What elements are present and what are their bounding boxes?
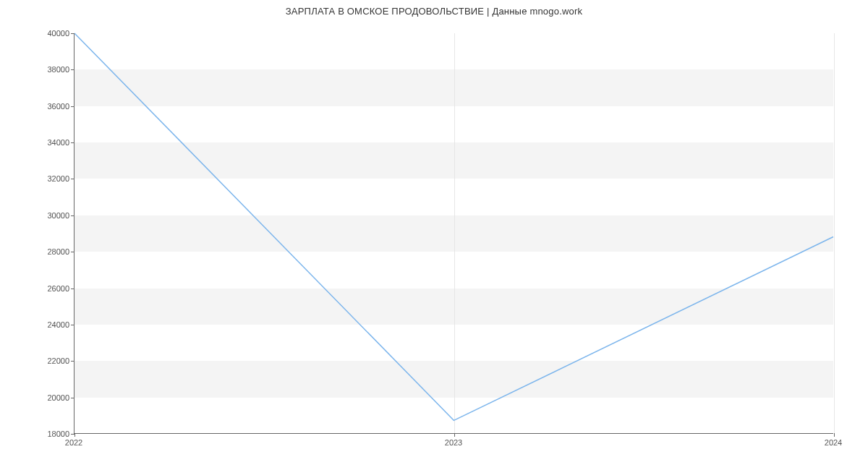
x-gridline — [834, 33, 835, 433]
y-tick-mark — [71, 179, 75, 179]
y-tick-label: 20000 — [33, 393, 69, 402]
y-tick-label: 34000 — [33, 138, 69, 147]
y-tick-label: 24000 — [33, 320, 69, 329]
y-tick-mark — [71, 325, 75, 325]
y-tick-mark — [71, 215, 75, 216]
y-tick-label: 26000 — [33, 284, 69, 293]
chart-title: ЗАРПЛАТА В ОМСКОЕ ПРОДОВОЛЬСТВИЕ | Данны… — [0, 6, 868, 17]
y-tick-mark — [71, 142, 75, 143]
y-tick-label: 28000 — [33, 247, 69, 256]
y-tick-mark — [71, 106, 75, 107]
x-tick-mark — [454, 433, 455, 437]
x-tick-label: 2024 — [825, 438, 842, 447]
y-tick-label: 38000 — [33, 65, 69, 74]
y-tick-label: 18000 — [33, 430, 69, 438]
x-tick-mark — [75, 433, 75, 437]
y-tick-label: 22000 — [33, 356, 69, 365]
plot-area — [74, 33, 833, 434]
x-tick-label: 2023 — [445, 438, 462, 447]
y-tick-mark — [71, 252, 75, 252]
y-tick-mark — [71, 33, 75, 34]
y-tick-label: 30000 — [33, 211, 69, 220]
y-tick-mark — [71, 398, 75, 398]
chart-container: ЗАРПЛАТА В ОМСКОЕ ПРОДОВОЛЬСТВИЕ | Данны… — [0, 0, 868, 470]
series-line — [75, 33, 833, 420]
x-tick-label: 2022 — [65, 438, 82, 447]
x-tick-mark — [834, 433, 835, 437]
y-tick-mark — [71, 289, 75, 289]
y-tick-mark — [71, 69, 75, 70]
line-layer — [75, 33, 833, 433]
y-tick-label: 36000 — [33, 102, 69, 111]
y-tick-label: 40000 — [33, 29, 69, 38]
y-tick-label: 32000 — [33, 174, 69, 183]
y-tick-mark — [71, 361, 75, 362]
